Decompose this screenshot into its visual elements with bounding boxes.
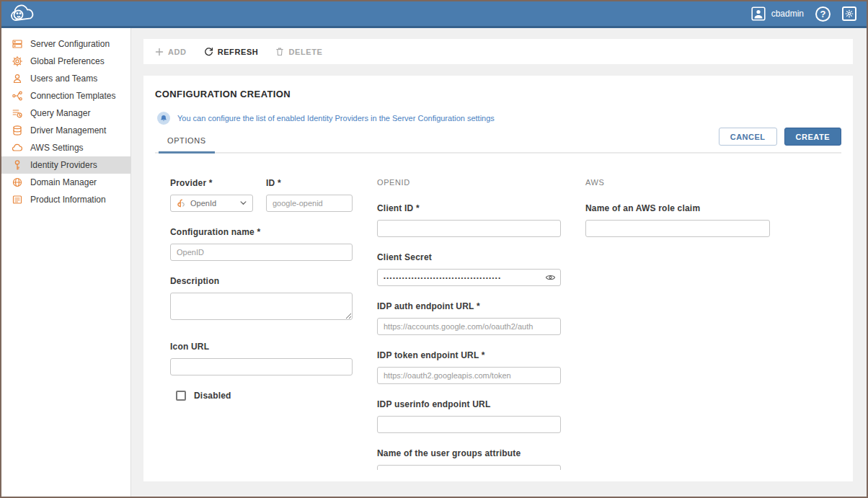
description-field: Description [170,276,353,323]
id-input[interactable] [266,195,353,212]
configuration-name-field: Configuration name * [170,227,353,261]
connection-templates-icon [12,90,23,102]
help-icon[interactable]: ? [815,6,831,22]
disabled-label: Disabled [194,391,231,401]
top-bar-actions: cbadmin ? [751,6,856,22]
help-glyph: ? [820,9,826,19]
create-button[interactable]: CREATE [784,128,841,146]
icon-url-input[interactable] [170,358,353,375]
idp-auth-endpoint-input[interactable] [377,318,561,335]
key-icon [12,159,23,171]
info-message-text: You can configure the list of enabled Id… [177,114,495,123]
sidebar-item-server-configuration[interactable]: Server Configuration [1,35,130,53]
id-label: ID * [266,178,353,188]
user-icon [12,73,23,84]
gear-glyph [845,9,854,18]
cloudbeaver-logo-icon [9,4,39,24]
refresh-icon [204,47,213,56]
add-button-label: ADD [168,48,187,56]
administration-settings-icon[interactable] [842,6,856,21]
sidebar-item-identity-providers[interactable]: Identity Providers [1,156,130,174]
chevron-down-icon [240,201,247,205]
sidebar-item-label: Product Information [30,195,106,205]
server-configuration-icon [12,38,23,50]
user-menu[interactable]: cbadmin [751,6,804,21]
aws-role-claim-label: Name of an AWS role claim [585,203,770,213]
aws-role-claim-input[interactable] [585,220,770,237]
configuration-creation-panel: CONFIGURATION CREATION You can configure… [143,76,853,481]
sidebar-item-domain-manager[interactable]: Domain Manager [1,174,130,191]
sidebar-item-label: Connection Templates [30,91,116,101]
sidebar-item-label: Query Manager [30,108,90,118]
sidebar-item-product-information[interactable]: Product Information [1,191,130,208]
icon-url-field: Icon URL [170,342,353,375]
sidebar-item-label: Global Preferences [30,56,105,66]
add-button[interactable]: ADD [155,48,187,56]
configuration-name-label: Configuration name * [170,227,353,237]
aws-section-title: AWS [585,178,770,188]
tab-options[interactable]: OPTIONS [163,130,211,152]
provider-label: Provider * [170,178,253,188]
cloud-icon [12,142,23,154]
provider-selected-value: OpenId [190,199,235,208]
idp-token-endpoint-label: IDP token endpoint URL * [377,350,561,360]
provider-id-row: Provider * OpenId [170,178,353,212]
client-id-field: Client ID * [377,203,561,237]
cancel-button[interactable]: CANCEL [719,128,777,146]
openid-provider-icon [177,199,185,208]
client-secret-field: Client Secret [377,252,561,286]
aws-role-claim-field: Name of an AWS role claim [585,203,770,237]
provider-field: Provider * OpenId [170,178,253,212]
id-field: ID * [266,178,353,212]
sidebar-item-label: Server Configuration [30,39,110,49]
description-label: Description [170,276,353,286]
refresh-button-label: REFRESH [218,48,259,56]
icon-url-label: Icon URL [170,342,353,352]
sidebar-item-label: Identity Providers [30,160,97,170]
idp-token-endpoint-field: IDP token endpoint URL * [377,350,561,384]
client-secret-input[interactable] [377,269,561,286]
plus-icon [155,48,164,56]
sidebar-item-users-and-teams[interactable]: Users and Teams [1,70,130,87]
form-column-general: Provider * OpenId [170,178,353,470]
main-area: ADD REFRESH DELETE CONFIGURATION CREATIO… [131,28,867,497]
user-groups-attribute-input[interactable] [377,465,561,470]
document-icon [12,194,23,205]
form-column-openid: OPENID Client ID * Client Secret [377,178,561,470]
eye-icon [545,274,556,282]
disabled-checkbox[interactable] [176,391,186,401]
configuration-name-input[interactable] [170,244,353,261]
delete-button-label: DELETE [288,48,322,56]
panel-actions: CANCEL CREATE [719,128,841,152]
globe-icon [12,177,23,188]
description-textarea[interactable] [170,293,353,320]
provider-select[interactable]: OpenId [170,195,253,212]
user-name: cbadmin [771,9,804,19]
delete-button[interactable]: DELETE [275,47,322,56]
sidebar-item-label: AWS Settings [30,143,84,153]
client-id-label: Client ID * [377,203,561,213]
user-groups-attribute-label: Name of the user groups attribute [377,448,561,458]
reveal-secret-button[interactable] [545,274,556,282]
tab-options-label: OPTIONS [167,136,206,145]
bell-glyph [160,115,167,123]
sidebar-item-query-manager[interactable]: Query Manager [1,105,130,122]
notification-bell-icon [157,112,170,125]
openid-section-title: OPENID [377,178,561,188]
user-groups-attribute-field: Name of the user groups attribute [377,448,561,470]
sidebar-item-aws-settings[interactable]: AWS Settings [1,139,130,156]
idp-userinfo-endpoint-input[interactable] [377,416,561,433]
sidebar-item-driver-management[interactable]: Driver Management [1,122,130,139]
idp-userinfo-endpoint-label: IDP userinfo endpoint URL [377,399,561,409]
gear-icon [12,55,23,67]
top-bar: cbadmin ? [1,1,867,28]
sidebar-item-global-preferences[interactable]: Global Preferences [1,53,130,70]
client-id-input[interactable] [377,220,561,237]
configuration-form: Provider * OpenId [155,154,841,470]
admin-sidebar: Server Configuration Global Preferences … [1,28,131,497]
idp-token-endpoint-input[interactable] [377,367,561,384]
trash-icon [275,47,284,56]
sidebar-item-connection-templates[interactable]: Connection Templates [1,87,130,105]
sidebar-item-label: Driver Management [30,125,106,135]
refresh-button[interactable]: REFRESH [204,47,259,56]
